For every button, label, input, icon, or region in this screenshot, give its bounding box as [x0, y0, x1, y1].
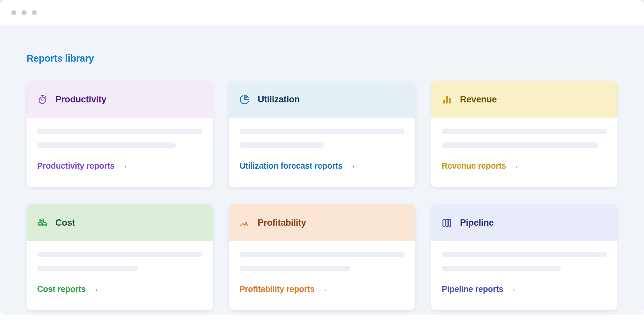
window-dot-icon	[32, 10, 37, 15]
card-title: Cost	[55, 218, 75, 228]
card-body: Utilization forecast reports →	[229, 118, 415, 171]
card-header: Cost	[27, 204, 213, 241]
card-revenue: Revenue Revenue reports →	[431, 81, 617, 187]
arrow-right-icon: →	[347, 161, 356, 170]
page-title: Reports library	[27, 54, 617, 63]
window-dot-icon	[11, 10, 16, 15]
trend-zigzag-icon	[239, 218, 250, 228]
skeleton-bar-2	[37, 266, 138, 271]
card-header: Productivity	[27, 81, 213, 118]
card-link-label: Revenue reports	[442, 161, 506, 171]
card-link-label: Pipeline reports	[442, 284, 503, 294]
pie-chart-icon	[239, 94, 250, 105]
coins-icon	[37, 218, 47, 228]
card-title: Utilization	[258, 94, 300, 105]
card-header: Revenue	[431, 81, 617, 118]
skeleton-bar-1	[239, 252, 405, 257]
card-link-label: Cost reports	[37, 284, 86, 294]
arrow-right-icon: →	[90, 284, 99, 293]
skeleton-bar-1	[37, 129, 202, 134]
card-header: Utilization	[229, 81, 415, 118]
productivity-reports-link[interactable]: Productivity reports →	[37, 161, 128, 171]
card-header: Profitability	[229, 204, 415, 241]
page-content: Reports library Productivity	[0, 26, 644, 315]
reports-grid: Productivity Productivity reports →	[27, 81, 617, 310]
card-body: Profitability reports →	[229, 241, 415, 294]
skeleton-bar-2	[442, 266, 561, 271]
arrow-right-icon: →	[319, 284, 328, 293]
window-dot-icon	[22, 10, 27, 15]
skeleton-bar-1	[442, 252, 607, 257]
arrow-right-icon: →	[510, 161, 519, 170]
skeleton-bar-2	[442, 142, 599, 148]
card-link-label: Productivity reports	[37, 161, 115, 171]
skeleton-bar-2	[37, 142, 176, 148]
card-title: Revenue	[460, 94, 497, 105]
card-link-label: Utilization forecast reports	[239, 161, 343, 171]
card-cost: Cost Cost reports →	[27, 204, 213, 310]
revenue-reports-link[interactable]: Revenue reports →	[442, 161, 519, 171]
card-body: Productivity reports →	[27, 118, 213, 171]
arrow-right-icon: →	[119, 161, 128, 170]
bar-chart-icon	[442, 94, 452, 105]
card-productivity: Productivity Productivity reports →	[27, 81, 213, 187]
skeleton-bar-1	[37, 252, 202, 257]
kanban-columns-icon	[442, 218, 452, 228]
card-utilization: Utilization Utilization forecast reports…	[229, 81, 415, 187]
cost-reports-link[interactable]: Cost reports →	[37, 284, 99, 294]
card-title: Profitability	[258, 218, 306, 228]
utilization-forecast-reports-link[interactable]: Utilization forecast reports →	[239, 161, 356, 171]
window-titlebar	[0, 0, 644, 26]
skeleton-bar-1	[239, 129, 405, 134]
arrow-right-icon: →	[508, 284, 517, 293]
card-profitability: Profitability Profitability reports →	[229, 204, 415, 310]
card-title: Pipeline	[460, 218, 494, 228]
skeleton-bar-2	[239, 266, 350, 271]
card-body: Revenue reports →	[431, 118, 617, 171]
card-title: Productivity	[55, 94, 106, 105]
card-body: Pipeline reports →	[431, 241, 617, 294]
stopwatch-icon	[37, 94, 47, 105]
profitability-reports-link[interactable]: Profitability reports →	[239, 284, 328, 294]
skeleton-bar-1	[442, 129, 607, 134]
app-window: Reports library Productivity	[0, 0, 644, 336]
card-body: Cost reports →	[27, 241, 213, 294]
skeleton-bar-2	[239, 142, 324, 148]
card-link-label: Profitability reports	[239, 284, 314, 294]
card-header: Pipeline	[431, 204, 617, 241]
card-pipeline: Pipeline Pipeline reports →	[431, 204, 617, 310]
pipeline-reports-link[interactable]: Pipeline reports →	[442, 284, 517, 294]
